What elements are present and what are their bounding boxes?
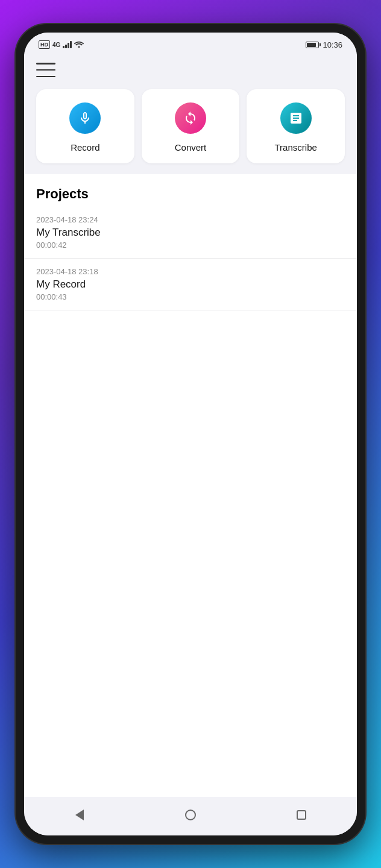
phone-frame: HD 4G — [16, 24, 365, 844]
back-icon — [75, 810, 84, 820]
convert-label: Convert — [175, 142, 207, 153]
hamburger-line-1 — [36, 63, 55, 64]
wifi-icon — [74, 40, 84, 49]
projects-title: Projects — [36, 186, 345, 202]
hd-badge: HD — [39, 40, 50, 49]
battery-icon — [306, 42, 319, 48]
hamburger-line-2 — [36, 69, 55, 71]
project-date-2: 2023-04-18 23:18 — [36, 267, 345, 276]
back-button[interactable] — [69, 804, 90, 826]
action-cards: Record Convert — [24, 83, 357, 173]
signal-4g: 4G — [52, 42, 60, 48]
status-left: HD 4G — [39, 40, 84, 49]
status-time: 10:36 — [323, 40, 342, 49]
project-item-1[interactable]: 2023-04-18 23:24 My Transcribe 00:00:42 — [24, 207, 357, 259]
project-name-1: My Transcribe — [36, 227, 345, 239]
record-label: Record — [71, 142, 99, 153]
app-header — [24, 54, 357, 83]
signal-bar-4 — [70, 41, 72, 48]
signal-bar-3 — [68, 43, 69, 48]
battery-level — [307, 43, 315, 47]
recent-apps-button[interactable] — [291, 804, 312, 826]
project-item-2[interactable]: 2023-04-18 23:18 My Record 00:00:43 — [24, 259, 357, 310]
signal-bars — [63, 41, 72, 48]
home-button[interactable] — [180, 804, 201, 826]
projects-section: Projects 2023-04-18 23:24 My Transcribe … — [24, 174, 357, 797]
microphone-icon — [78, 111, 92, 125]
phone-screen: HD 4G — [24, 33, 357, 835]
project-name-2: My Record — [36, 278, 345, 291]
transcribe-icon — [289, 111, 303, 125]
status-right: 10:36 — [306, 40, 342, 49]
battery-indicator — [306, 42, 319, 48]
home-icon — [185, 810, 196, 820]
project-date-1: 2023-04-18 23:24 — [36, 215, 345, 224]
transcribe-label: Transcribe — [275, 142, 317, 153]
main-content: Record Convert — [24, 54, 357, 797]
recent-icon — [297, 810, 306, 820]
project-duration-1: 00:00:42 — [36, 241, 345, 250]
transcribe-icon-circle — [280, 102, 312, 134]
hamburger-line-3 — [36, 76, 55, 78]
convert-icon-circle — [175, 102, 206, 134]
record-card[interactable]: Record — [36, 89, 134, 163]
project-duration-2: 00:00:43 — [36, 292, 345, 301]
signal-bar-1 — [63, 46, 65, 48]
bottom-navigation — [24, 797, 357, 835]
signal-bar-2 — [65, 45, 67, 48]
status-bar: HD 4G — [24, 33, 357, 54]
record-icon-circle — [69, 102, 101, 134]
hamburger-menu-button[interactable] — [36, 63, 55, 77]
projects-header: Projects — [24, 174, 357, 207]
convert-card[interactable]: Convert — [142, 89, 240, 163]
convert-icon — [183, 111, 198, 125]
transcribe-card[interactable]: Transcribe — [247, 89, 345, 163]
